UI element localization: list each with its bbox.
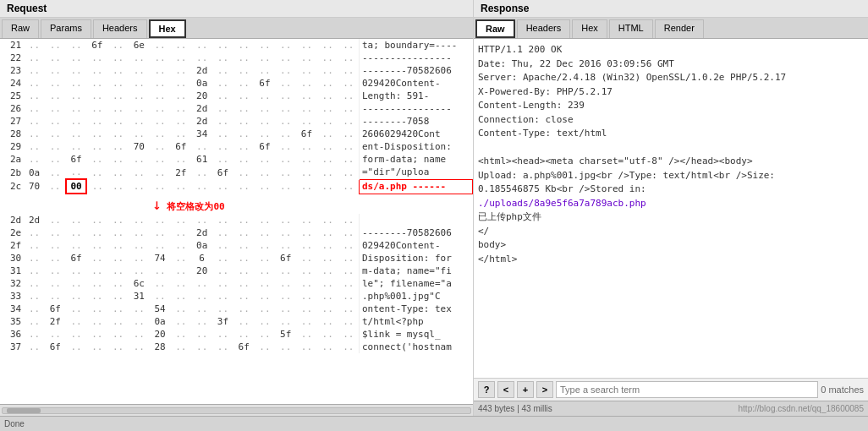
hex-cell: .. xyxy=(86,77,107,90)
tab-response-raw[interactable]: Raw xyxy=(475,19,515,38)
hex-cell: .. xyxy=(171,303,192,315)
hex-cell: .. xyxy=(275,39,296,52)
hex-cell: .. xyxy=(275,115,296,128)
hex-cell: .. xyxy=(338,64,360,77)
hex-cell: .. xyxy=(212,179,233,194)
response-line: body> xyxy=(478,238,864,253)
hex-cell: 28 xyxy=(150,341,171,353)
hex-cell: .. xyxy=(66,115,87,128)
hex-cell: .. xyxy=(191,166,212,179)
hex-cell: .. xyxy=(212,265,233,277)
table-row: 22................................------… xyxy=(0,52,473,64)
hex-cell: .. xyxy=(66,315,87,328)
hex-cell: .. xyxy=(212,128,233,140)
search-help-button[interactable]: ? xyxy=(478,381,495,398)
hex-cell: .. xyxy=(66,52,87,64)
hex-cell: .. xyxy=(86,226,107,239)
hex-cell: .. xyxy=(233,115,255,128)
hex-cell: .. xyxy=(66,226,87,239)
tab-raw[interactable]: Raw xyxy=(2,19,39,38)
hex-table: 21......6f..6e....................ta; bo… xyxy=(0,39,473,353)
row-number: 24 xyxy=(0,77,24,90)
search-prev-button[interactable]: < xyxy=(497,381,514,398)
hex-cell: 6f xyxy=(255,77,276,90)
hex-cell: .. xyxy=(24,265,45,277)
tab-response-html[interactable]: HTML xyxy=(609,19,653,38)
hex-cell: .. xyxy=(296,226,317,239)
hex-cell: .. xyxy=(255,179,276,194)
hex-cell: .. xyxy=(233,277,255,290)
hex-table-container[interactable]: 21......6f..6e....................ta; bo… xyxy=(0,39,473,404)
hex-cell: .. xyxy=(150,265,171,277)
hex-cell: .. xyxy=(275,239,296,252)
hex-cell: .. xyxy=(150,52,171,64)
hex-cell: .. xyxy=(107,140,129,153)
search-options-button[interactable]: > xyxy=(536,381,553,398)
search-input[interactable] xyxy=(556,381,818,398)
row-number: 33 xyxy=(0,290,24,303)
hex-cell: .. xyxy=(66,77,87,90)
row-number: 2b xyxy=(0,166,24,179)
hex-cell: .. xyxy=(150,140,171,153)
hex-cell: .. xyxy=(171,239,192,252)
hex-cell: .. xyxy=(150,179,171,194)
hex-cell: .. xyxy=(212,303,233,315)
hex-cell: .. xyxy=(275,153,296,166)
tab-hex[interactable]: Hex xyxy=(149,19,186,38)
row-number: 31 xyxy=(0,265,24,277)
hex-cell: .. xyxy=(275,179,296,194)
hex-cell: .. xyxy=(296,303,317,315)
row-number: 21 xyxy=(0,39,24,52)
hex-cell: 2d xyxy=(191,226,212,239)
hex-cell: .. xyxy=(296,153,317,166)
hex-cell: .. xyxy=(107,102,129,115)
hex-cell: .. xyxy=(66,140,87,153)
tab-response-hex[interactable]: Hex xyxy=(572,19,607,38)
hex-cell: .. xyxy=(296,102,317,115)
hex-cell: .. xyxy=(317,214,338,226)
hex-cell: .. xyxy=(24,290,45,303)
hex-cell: .. xyxy=(296,179,317,194)
hex-cell: .. xyxy=(255,303,276,315)
row-number: 27 xyxy=(0,115,24,128)
table-row: 2c70..00..........................ds/a.p… xyxy=(0,179,473,194)
hex-cell: .. xyxy=(255,239,276,252)
table-row: 23................2d..............------… xyxy=(0,64,473,77)
table-row: 28................34........6f....260602… xyxy=(0,128,473,140)
hex-cell: .. xyxy=(171,265,192,277)
row-number: 2d xyxy=(0,214,24,226)
hex-cell: 54 xyxy=(150,303,171,315)
hex-cell: .. xyxy=(86,90,107,102)
row-number: 22 xyxy=(0,52,24,64)
tab-params[interactable]: Params xyxy=(41,19,91,38)
match-count: 0 matches xyxy=(821,385,864,395)
hex-cell: .. xyxy=(275,140,296,153)
hex-cell: .. xyxy=(45,214,66,226)
hex-cell: .. xyxy=(191,39,212,52)
horizontal-scrollbar[interactable] xyxy=(0,404,473,416)
hex-cell: .. xyxy=(317,265,338,277)
row-number: 25 xyxy=(0,90,24,102)
hex-cell: .. xyxy=(129,166,150,179)
ascii-cell: le"; filename="a xyxy=(359,277,472,290)
tab-response-render[interactable]: Render xyxy=(655,19,704,38)
hex-cell: .. xyxy=(129,64,150,77)
request-tabs: Raw Params Headers Hex xyxy=(0,18,473,39)
watermark: http://blog.csdn.net/qq_18600085 xyxy=(739,404,864,413)
hex-cell: .. xyxy=(24,115,45,128)
hex-cell: .. xyxy=(275,341,296,353)
search-next-button[interactable]: + xyxy=(517,381,534,398)
hex-cell: .. xyxy=(317,303,338,315)
hex-cell: .. xyxy=(191,315,212,328)
response-line: Date: Thu, 22 Dec 2016 03:09:56 GMT xyxy=(478,57,864,72)
hex-cell: .. xyxy=(338,115,360,128)
hex-cell: .. xyxy=(150,290,171,303)
hex-cell: .. xyxy=(212,64,233,77)
hex-cell: .. xyxy=(45,239,66,252)
tab-response-headers[interactable]: Headers xyxy=(517,19,571,38)
tab-headers[interactable]: Headers xyxy=(93,19,147,38)
hex-cell: .. xyxy=(233,77,255,90)
hex-cell: .. xyxy=(255,102,276,115)
hex-cell: .. xyxy=(338,153,360,166)
hex-cell: .. xyxy=(129,265,150,277)
